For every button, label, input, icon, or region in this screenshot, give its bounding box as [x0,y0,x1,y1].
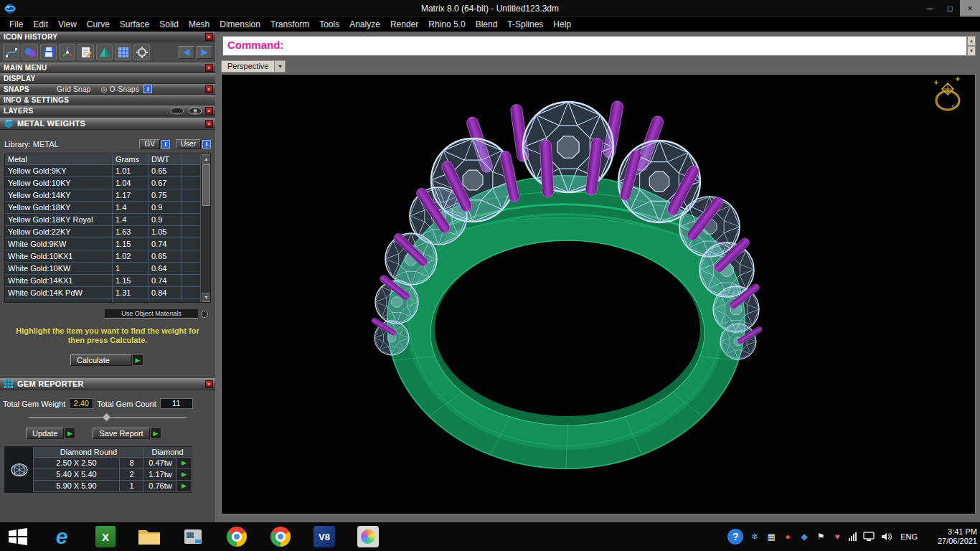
minimize-button[interactable]: ─ [920,0,940,17]
panel-snaps[interactable]: SNAPS Grid Snap ◎ O-Snaps I × [0,84,215,95]
metal-grams[interactable]: 1.04 [113,177,149,189]
close-icon[interactable]: × [205,380,213,388]
eye-closed-icon[interactable] [169,107,185,115]
metal-grams[interactable]: 1.31 [113,287,149,299]
metal-name[interactable]: Yellow Gold:22KY [5,226,113,238]
internet-explorer-icon[interactable]: e [50,525,74,548]
metal-filler[interactable] [182,238,201,250]
panel-info-settings[interactable]: INFO & SETTINGS [0,95,215,105]
metal-grams[interactable]: 1.01 [113,165,149,177]
metal-dwt[interactable]: 0.88 [149,299,182,303]
metal-grams[interactable]: 1.15 [113,238,149,250]
total-gem-weight-field[interactable]: 2.40 [69,398,93,409]
viewport-perspective[interactable] [221,74,976,514]
metal-name[interactable]: Yellow Gold:18KY Royal [5,214,113,226]
update-button[interactable]: Update ▶ [26,428,75,439]
metal-filler[interactable] [182,299,201,303]
grid-tray-icon[interactable]: ▦ [766,532,776,542]
start-button[interactable] [6,525,30,548]
gem-reporter-slider[interactable] [29,414,187,421]
speaker-icon[interactable] [881,532,892,542]
spheres-tool-icon[interactable] [22,44,38,60]
gem-col-group2[interactable]: Diamond [144,447,192,458]
metal-dwt[interactable]: 0.67 [149,177,182,189]
gem-row-arrow[interactable]: ▶ [177,458,192,469]
chrome-icon[interactable] [225,525,249,548]
metal-name[interactable]: White Gold:10KX1 [5,250,113,263]
chevron-down-icon[interactable]: ▼ [275,60,286,72]
slider-handle[interactable] [102,413,111,422]
metal-dwt[interactable]: 0.65 [149,165,182,177]
curve-tool-icon[interactable] [3,44,19,60]
menu-help[interactable]: Help [548,17,576,32]
scrollbar-thumb[interactable] [202,164,210,206]
panel-layers[interactable]: LAYERS × [0,105,215,116]
metal-filler[interactable] [182,189,201,202]
gumball-axes-icon[interactable] [59,44,75,60]
metal-dwt[interactable]: 0.75 [149,189,182,202]
close-icon[interactable]: × [205,120,213,128]
metal-filler[interactable] [182,165,201,177]
close-icon[interactable]: × [205,107,213,115]
grams-col-header[interactable]: Grams [113,154,149,165]
heart-tray-icon[interactable]: ♥ [832,532,842,542]
panel-display[interactable]: DISPLAY [0,73,215,84]
maximize-button[interactable]: □ [940,0,960,17]
prism-tool-icon[interactable] [96,44,113,60]
metal-filler[interactable] [182,275,201,287]
metal-name[interactable]: Yellow Gold:10KY [5,177,113,189]
metal-dwt[interactable]: 0.74 [149,275,182,287]
spin-up-icon[interactable]: ▲ [967,36,976,46]
help-icon[interactable]: ? [727,529,743,545]
save-report-button[interactable]: Save Report ▶ [93,428,161,439]
metal-grams[interactable]: 1.02 [113,250,149,263]
menu-curve[interactable]: Curve [82,17,115,32]
close-icon[interactable]: × [205,64,213,72]
save-icon[interactable] [40,44,57,60]
metal-grams[interactable]: 1.15 [113,275,149,287]
menu-view[interactable]: View [53,17,82,32]
metal-dwt[interactable]: 1.05 [149,226,182,238]
user-info-toggle[interactable]: I [202,140,211,149]
total-gem-count-field[interactable]: 11 [160,398,193,409]
menu-analyze[interactable]: Analyze [344,17,385,32]
panel-metal-weights[interactable]: METAL WEIGHTS × [0,118,215,130]
history-forward-button[interactable]: ▶ [197,46,212,59]
menu-rhino-5-0[interactable]: Rhino 5.0 [423,17,470,32]
metal-filler[interactable] [182,250,201,263]
menu-mesh[interactable]: Mesh [184,17,215,32]
metal-dwt[interactable]: 0.74 [149,238,182,250]
metal-grams[interactable]: 1 [113,263,149,275]
network-signal-icon[interactable] [849,532,857,541]
metal-grams[interactable]: 1.4 [113,214,149,226]
metal-name[interactable]: White Gold:9KW [5,238,113,250]
metal-name[interactable]: White Gold:18KW [5,299,113,303]
history-back-button[interactable]: ◀ [179,46,194,59]
green-app-icon[interactable]: X [93,525,118,548]
menu-file[interactable]: File [4,17,28,32]
gem-row-arrow[interactable]: ▶ [177,469,192,481]
metal-name[interactable]: Yellow Gold:14KY [5,189,113,202]
menu-render[interactable]: Render [385,17,423,32]
metal-col-header[interactable]: Metal [5,154,113,165]
dwt-col-header[interactable]: DWT [149,154,182,165]
gear-icon[interactable] [133,44,150,60]
installer-app-icon[interactable] [181,525,205,548]
metal-grams[interactable]: 1.4 [113,202,149,214]
metal-filler[interactable] [182,214,201,226]
blue-app-tray-icon[interactable]: ◆ [799,532,809,542]
chrome-icon-2[interactable] [268,525,293,548]
metal-name[interactable]: White Gold:14K PdW [5,287,113,299]
gv-info-toggle[interactable]: I [161,140,170,149]
display-tray-icon[interactable] [863,532,875,542]
metal-name[interactable]: White Gold:14KX1 [5,275,113,287]
metal-grams[interactable]: 1.17 [113,189,149,202]
close-icon[interactable]: × [205,33,213,41]
spin-down-icon[interactable]: ▼ [967,46,976,56]
status-dot-icon[interactable]: ● [783,532,793,542]
grid-snap-toggle[interactable]: Grid Snap [57,85,91,93]
menu-transform[interactable]: Transform [265,17,314,32]
metal-filler[interactable] [182,226,201,238]
menu-tools[interactable]: Tools [314,17,344,32]
menu-dimension[interactable]: Dimension [215,17,265,32]
